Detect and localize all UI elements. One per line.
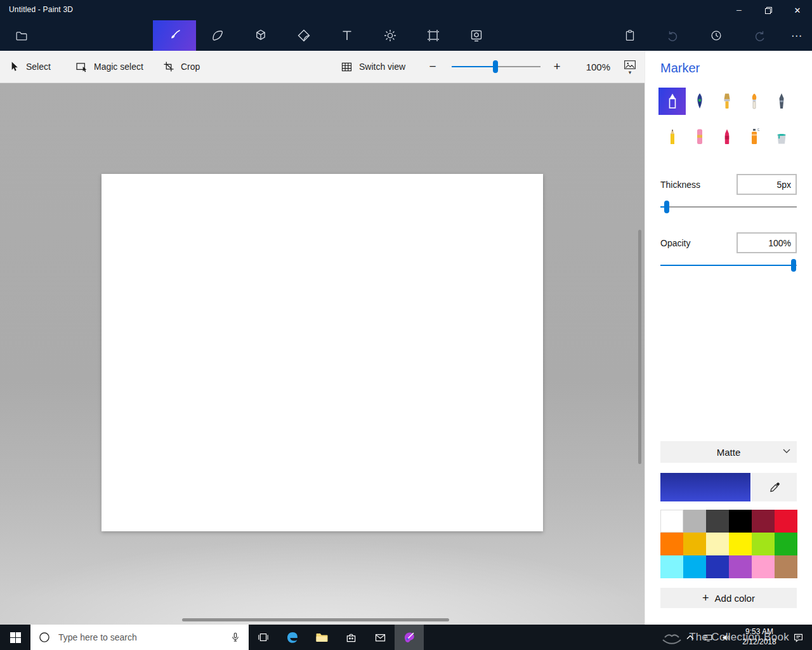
opacity-slider[interactable] xyxy=(660,259,797,272)
mail-icon xyxy=(374,631,387,644)
paste-button[interactable] xyxy=(608,20,652,51)
store-button[interactable] xyxy=(336,625,365,650)
palette-color-13[interactable] xyxy=(660,555,683,578)
paint3d-taskbar-button[interactable] xyxy=(395,625,424,650)
chevron-down-icon xyxy=(783,449,790,454)
taskbar-search[interactable] xyxy=(30,625,249,650)
palette-color-7[interactable] xyxy=(660,533,683,555)
edge-button[interactable] xyxy=(278,625,307,650)
undo-button[interactable] xyxy=(652,20,695,51)
brush-watercolor[interactable] xyxy=(740,88,768,115)
search-input[interactable] xyxy=(57,632,226,643)
close-button[interactable]: ✕ xyxy=(783,0,812,20)
palette-color-8[interactable] xyxy=(683,533,706,555)
file-explorer-button[interactable] xyxy=(307,625,336,650)
restore-button[interactable] xyxy=(754,0,783,20)
tool-canvas[interactable] xyxy=(412,20,455,51)
palette-color-3[interactable] xyxy=(706,510,729,533)
fit-image-button[interactable]: ▾ xyxy=(619,51,641,83)
palette-color-9[interactable] xyxy=(706,533,729,555)
palette-color-1[interactable] xyxy=(660,510,683,533)
hidden-icons-button[interactable] xyxy=(681,625,699,650)
redo-button[interactable] xyxy=(738,20,781,51)
thickness-slider-thumb[interactable] xyxy=(664,201,669,213)
tool-3d-library[interactable] xyxy=(455,20,498,51)
current-color-swatch[interactable] xyxy=(660,473,750,501)
brush-eraser[interactable] xyxy=(686,123,713,150)
switch-view-label: Switch view xyxy=(359,62,405,72)
select-cursor-icon xyxy=(8,60,20,73)
marker-icon xyxy=(665,92,680,110)
switch-view-button[interactable]: Switch view xyxy=(340,51,405,83)
brush-calligraphy-pen[interactable] xyxy=(686,88,713,115)
zoom-slider-thumb[interactable] xyxy=(493,60,498,73)
select-button[interactable]: Select xyxy=(8,51,51,83)
mail-button[interactable] xyxy=(365,625,395,650)
brush-spray-can[interactable] xyxy=(740,123,768,150)
palette-color-5[interactable] xyxy=(752,510,775,533)
drawing-canvas[interactable] xyxy=(102,174,543,531)
tool-brushes[interactable] xyxy=(153,20,196,51)
horizontal-scrollbar[interactable] xyxy=(182,618,449,621)
tool-stickers[interactable] xyxy=(282,20,325,51)
eyedropper-button[interactable] xyxy=(752,473,797,501)
crop-button[interactable]: Crop xyxy=(162,51,200,83)
volume-tray-icon[interactable] xyxy=(717,625,735,650)
palette-color-18[interactable] xyxy=(775,555,797,578)
effects-icon xyxy=(383,28,398,43)
main-toolbar: ⋯ xyxy=(0,20,812,51)
palette-color-10[interactable] xyxy=(729,533,752,555)
crayon-icon xyxy=(719,128,735,146)
microphone-icon[interactable] xyxy=(230,632,241,643)
window-controls: ─ ✕ xyxy=(724,0,812,20)
brush-fill[interactable] xyxy=(768,123,795,150)
palette-color-12[interactable] xyxy=(775,533,797,555)
brush-pixel-pen[interactable] xyxy=(768,88,795,115)
tool-effects[interactable] xyxy=(369,20,412,51)
palette-color-16[interactable] xyxy=(729,555,752,578)
brush-pencil[interactable] xyxy=(658,123,686,150)
history-button[interactable] xyxy=(695,20,738,51)
zoom-in-button[interactable]: + xyxy=(547,51,567,83)
palette-color-4[interactable] xyxy=(729,510,752,533)
crop-label: Crop xyxy=(181,62,200,72)
palette-color-14[interactable] xyxy=(683,555,706,578)
tool-text[interactable] xyxy=(325,20,369,51)
pencil-icon xyxy=(665,128,680,146)
task-view-button[interactable] xyxy=(249,625,278,650)
palette-color-17[interactable] xyxy=(752,555,775,578)
opacity-input[interactable]: 100% xyxy=(737,232,797,253)
opacity-slider-thumb[interactable] xyxy=(791,259,796,272)
magic-select-button[interactable]: Magic select xyxy=(75,51,143,83)
tool-3d-shapes[interactable] xyxy=(239,20,282,51)
taskbar: 9:53 AM 2/12/2018 The Collection Book xyxy=(0,625,812,650)
menu-button[interactable] xyxy=(6,20,37,51)
finish-dropdown[interactable]: Matte xyxy=(660,441,797,463)
action-center-button[interactable] xyxy=(784,625,812,650)
vertical-scrollbar[interactable] xyxy=(638,230,641,464)
minimize-button[interactable]: ─ xyxy=(724,0,754,20)
zoom-slider-fill xyxy=(452,66,495,67)
taskbar-clock[interactable]: 9:53 AM 2/12/2018 xyxy=(735,625,784,650)
network-tray-icon[interactable] xyxy=(699,625,717,650)
redo-icon xyxy=(752,29,766,43)
palette-color-15[interactable] xyxy=(706,555,729,578)
eraser-icon xyxy=(692,128,707,146)
thickness-slider[interactable] xyxy=(660,201,797,213)
add-color-button[interactable]: + Add color xyxy=(660,588,797,608)
palette-color-6[interactable] xyxy=(775,510,797,533)
start-button[interactable] xyxy=(0,625,30,650)
tool-2d-shapes[interactable] xyxy=(196,20,239,51)
zoom-out-button[interactable]: − xyxy=(422,51,443,83)
zoom-in-icon: + xyxy=(553,60,560,74)
brush-crayon[interactable] xyxy=(713,123,740,150)
zoom-slider[interactable] xyxy=(452,51,540,83)
brush-marker[interactable] xyxy=(658,88,686,115)
action-center-icon xyxy=(792,632,804,644)
paste-icon xyxy=(623,29,637,43)
more-button[interactable]: ⋯ xyxy=(781,20,812,51)
palette-color-2[interactable] xyxy=(683,510,706,533)
thickness-input[interactable]: 5px xyxy=(737,174,797,195)
brush-oil-brush[interactable] xyxy=(713,88,740,115)
palette-color-11[interactable] xyxy=(752,533,775,555)
